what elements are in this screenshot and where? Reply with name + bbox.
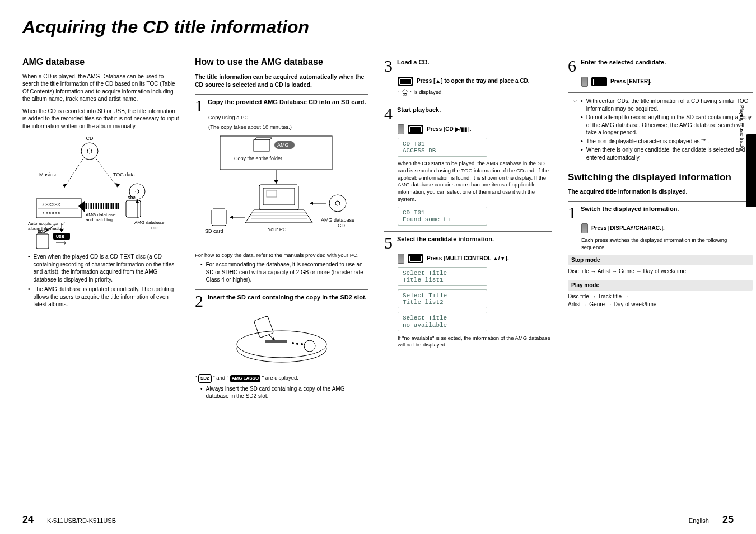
step-3: 3 Load a CD. <box>384 58 552 73</box>
page-footer: 24 K-511USB/RD-K511USB English 25 <box>22 510 734 526</box>
column-3: 3 Load a CD. Press [▲] to open the tray … <box>384 53 552 510</box>
svg-rect-12 <box>126 200 141 217</box>
device-icon <box>408 254 423 263</box>
column-2: How to use the AMG database The title in… <box>195 53 368 510</box>
model-name: K-511USB/RD-K511USB <box>41 517 116 524</box>
svg-marker-55 <box>310 202 313 205</box>
switch-step-action: Press [DISPLAY/CHARAC.]. <box>581 223 753 233</box>
svg-text:USB: USB <box>56 235 64 238</box>
svg-text:AMG: AMG <box>277 142 289 148</box>
step-3-action: Press [▲] to open the tray and place a C… <box>398 77 552 86</box>
switch-step-number: 1 <box>568 205 576 220</box>
step-number-6: 6 <box>568 58 576 73</box>
svg-point-0 <box>81 143 98 160</box>
step-3-displayed: " CD " is displayed. <box>398 89 552 96</box>
svg-text:CD: CD <box>403 93 407 96</box>
device-icon <box>591 77 607 86</box>
svg-text:SD1: SD1 <box>38 229 45 233</box>
page-number-left: 24 <box>22 514 34 525</box>
step-number-2: 2 <box>195 293 203 308</box>
svg-text:♪ XXXXX: ♪ XXXXX <box>42 210 61 216</box>
sd2-slot-illustration <box>226 310 338 371</box>
lcd-title-2: Select TitleTitle list2 <box>398 289 487 308</box>
svg-marker-15 <box>78 200 85 213</box>
lcd-title-1: Select TitleTitle list1 <box>398 267 487 286</box>
play-mode-seq: Disc title → Track title → Artist → Genr… <box>568 293 753 308</box>
column-1: AMG database When a CD is played, the AM… <box>22 53 179 510</box>
page-number-right: 25 <box>722 514 734 525</box>
device-icon <box>398 77 413 86</box>
step-1: 1 Copy the provided AMG Database CD into… <box>195 94 368 113</box>
svg-rect-33 <box>220 136 332 170</box>
heading-how-to-use: How to use the AMG database <box>195 56 368 68</box>
step-6-text: Enter the selected candidate. <box>581 58 666 66</box>
svg-text:SD2: SD2 <box>128 196 136 200</box>
remote-icon <box>398 254 404 264</box>
step-1-sub-a: Copy using a PC. <box>208 114 368 121</box>
step-1-sub-b: (The copy takes about 10 minutes.) <box>208 124 368 131</box>
step-number-4: 4 <box>384 106 393 121</box>
svg-point-53 <box>335 201 340 205</box>
side-tab-label: Playing music tracks <box>739 105 745 151</box>
svg-marker-35 <box>254 138 272 140</box>
play-mode-header: Play mode <box>568 280 753 291</box>
svg-marker-51 <box>230 216 233 219</box>
svg-marker-3 <box>63 184 67 188</box>
step-4-action-text: Press [CD ▶/▮▮]. <box>427 125 471 133</box>
bullet-updated: The AMG database is updated periodically… <box>28 285 179 308</box>
svg-point-66 <box>296 343 298 345</box>
svg-rect-48 <box>212 209 226 226</box>
page-title: Acquiring the CD title information <box>22 17 734 40</box>
svg-point-52 <box>329 195 346 212</box>
svg-rect-62 <box>265 340 287 343</box>
step-5-action-text: Press [MULTI CONTROL ▲/▼]. <box>427 255 509 263</box>
svg-point-7 <box>136 190 139 193</box>
sd2-amg-displayed: " SD2 " and " AMG LASSO " are displayed. <box>195 374 368 383</box>
svg-marker-43 <box>245 210 312 223</box>
svg-line-70 <box>407 89 408 90</box>
bullet-always-sd2: Always insert the SD card containing a c… <box>200 385 368 400</box>
step-4: 4 Start playback. <box>384 102 552 121</box>
svg-text:♪ XXXXX: ♪ XXXXX <box>42 202 61 207</box>
lead-auto-acquire: The title information can be acquired au… <box>195 73 368 88</box>
step-6-action-text: Press [ENTER]. <box>610 78 651 86</box>
diag2-copy-label: Copy the entire folder. <box>234 156 283 161</box>
svg-text:CD: CD <box>338 223 345 228</box>
svg-rect-40 <box>259 185 298 210</box>
svg-point-67 <box>301 343 303 345</box>
cd-access-icon: CD <box>401 89 409 96</box>
lcd-no-available: Select Titleno available <box>398 312 487 331</box>
check-icon <box>573 97 577 104</box>
svg-point-65 <box>292 342 294 344</box>
copy-diagram: AMG Copy the entire folder. Your PC SD c… <box>195 133 368 245</box>
svg-point-1 <box>87 149 92 153</box>
step-5-text: Select the candidate information. <box>397 235 494 243</box>
switch-step-text: Switch the displayed information. <box>581 205 679 213</box>
lcd-access-db: CD T01ACCESS DB <box>398 138 487 157</box>
step-number-1: 1 <box>195 98 203 113</box>
side-tab <box>746 134 756 207</box>
step-number-5: 5 <box>384 235 393 250</box>
copy-refer-manual: For how to copy the data, refer to the m… <box>195 252 368 259</box>
svg-rect-25 <box>36 234 49 249</box>
step-5-note: If "no available" is selected, the infor… <box>398 335 552 349</box>
svg-rect-42 <box>267 190 277 197</box>
switch-sequence-note: Each press switches the displayed inform… <box>581 237 753 251</box>
bullet-sd-capacity: For accommodating the database, it is re… <box>200 261 368 284</box>
svg-point-59 <box>237 331 326 358</box>
svg-marker-39 <box>274 180 278 184</box>
svg-line-69 <box>402 89 403 90</box>
step-1-text: Copy the provided AMG Database CD into a… <box>208 98 366 106</box>
step-4-explain: When the CD starts to be played, the AMG… <box>398 160 552 203</box>
diag-label-music: Music ♪ <box>39 172 57 177</box>
svg-line-2 <box>64 159 83 188</box>
svg-text:album information: album information <box>28 226 64 231</box>
step-3-text: Load a CD. <box>397 58 429 66</box>
svg-text:Your PC: Your PC <box>268 227 287 232</box>
column-4: 6 Enter the selected candidate. Press [E… <box>568 53 753 510</box>
step-6-action: Press [ENTER]. <box>581 77 753 87</box>
svg-text:and matching: and matching <box>86 217 113 222</box>
svg-marker-5 <box>115 183 120 188</box>
stop-mode-seq: Disc title → Artist → Genre → Day of wee… <box>568 268 753 275</box>
amg-intro-1: When a CD is played, the AMG Database ca… <box>22 73 179 103</box>
